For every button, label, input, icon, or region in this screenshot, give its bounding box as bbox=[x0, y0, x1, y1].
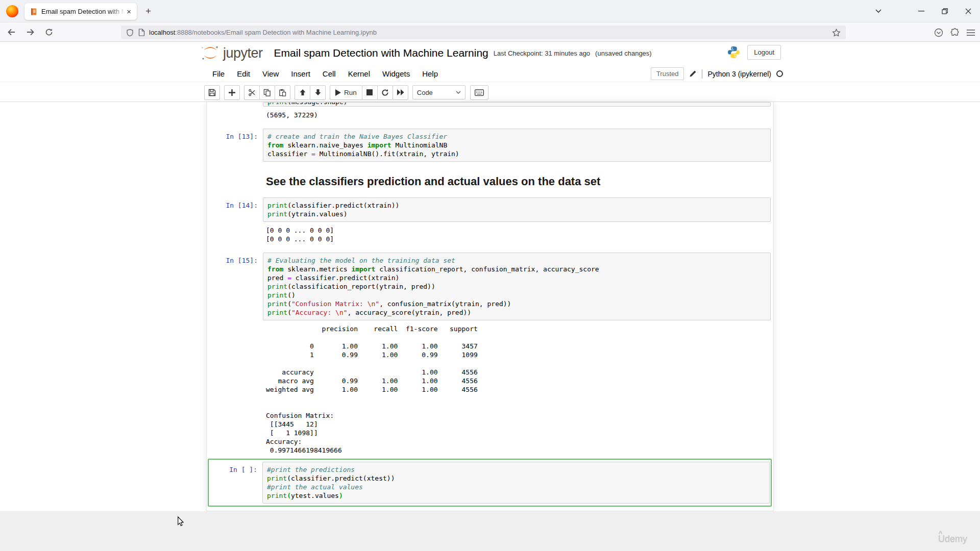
navbar-right-icons bbox=[934, 26, 975, 39]
paste-button[interactable] bbox=[275, 85, 290, 100]
cell-output: [0 0 0 ... 0 0 0] [0 0 0 ... 0 0 0] bbox=[266, 226, 771, 243]
tab-list-button[interactable] bbox=[867, 0, 890, 22]
command-palette-button[interactable] bbox=[470, 85, 488, 100]
new-tab-button[interactable]: + bbox=[145, 5, 151, 17]
edit-pencil-icon bbox=[689, 70, 697, 78]
code-cell[interactable]: In [13]:# create and train the Naive Bay… bbox=[207, 129, 773, 162]
extensions-puzzle-icon[interactable] bbox=[950, 28, 960, 37]
chevron-down-icon bbox=[456, 91, 461, 94]
cell-prompt: In [13]: bbox=[207, 129, 263, 162]
jupyter-header: jupyter Email spam Detection with Machin… bbox=[0, 42, 980, 102]
move-cell-down-button[interactable] bbox=[310, 85, 326, 100]
add-cell-button[interactable] bbox=[224, 85, 240, 100]
back-button[interactable] bbox=[7, 28, 16, 36]
menu-view[interactable]: View bbox=[256, 69, 285, 78]
jupyter-toolbar: Run Code bbox=[0, 83, 980, 102]
unsaved-changes-label: (unsaved changes) bbox=[595, 49, 652, 57]
tab-title: Email spam Detection with Mac bbox=[41, 8, 125, 15]
browser-navbar: localhost:8888/notebooks/Email spam Dete… bbox=[0, 23, 980, 42]
copy-button[interactable] bbox=[259, 85, 275, 100]
maximize-button[interactable] bbox=[933, 0, 957, 22]
jupyter-menubar: File Edit View Insert Cell Kernel Widget… bbox=[0, 65, 980, 82]
url-text: localhost:8888/notebooks/Email spam Dete… bbox=[149, 29, 832, 36]
close-window-button[interactable] bbox=[957, 0, 980, 22]
menu-widgets[interactable]: Widgets bbox=[376, 69, 416, 78]
menu-kernel[interactable]: Kernel bbox=[342, 69, 376, 78]
reload-button[interactable] bbox=[45, 28, 53, 36]
notebook-title[interactable]: Email spam Detection with Machine Learni… bbox=[274, 47, 488, 59]
cell-prompt: In [15]: bbox=[207, 253, 263, 320]
trusted-button[interactable]: Trusted bbox=[651, 67, 684, 80]
checkpoint-status: Last Checkpoint: 31 minutes ago bbox=[494, 49, 590, 57]
firefox-logo-icon[interactable] bbox=[6, 5, 18, 17]
notebook-favicon-icon bbox=[30, 8, 38, 16]
udemy-caret-icon: ^ bbox=[939, 530, 942, 537]
browser-tab-strip: Email spam Detection with Mac × + bbox=[0, 0, 980, 22]
url-bar[interactable]: localhost:8888/notebooks/Email spam Dete… bbox=[121, 26, 846, 39]
page-info-icon[interactable] bbox=[138, 29, 145, 36]
code-cell-selected[interactable]: In [ ]:#print the predictions print(clas… bbox=[208, 459, 772, 507]
shield-icon[interactable] bbox=[126, 29, 134, 37]
forward-button[interactable] bbox=[26, 28, 35, 36]
menu-insert[interactable]: Insert bbox=[285, 69, 316, 78]
python-logo-icon bbox=[727, 46, 740, 59]
cell-editor[interactable]: # create and train the Naive Bayes Class… bbox=[263, 129, 771, 162]
code-cell[interactable]: In [14]:print(classifier.predict(xtrain)… bbox=[207, 197, 773, 222]
logout-button[interactable]: Logout bbox=[747, 45, 781, 60]
cell-editor[interactable]: #print the predictions print(classifier.… bbox=[262, 462, 770, 504]
udemy-watermark: ^Udemy bbox=[938, 534, 967, 544]
cell-output: (5695, 37229) bbox=[266, 111, 771, 119]
cell-prompt: In [ ]: bbox=[209, 462, 262, 504]
jupyter-logo-icon[interactable] bbox=[200, 45, 220, 61]
minimize-button[interactable] bbox=[910, 0, 933, 22]
jupyter-logo-text[interactable]: jupyter bbox=[223, 45, 263, 61]
cell-output: precision recall f1-score support 0 1.00… bbox=[266, 324, 771, 455]
page-bottom-area bbox=[0, 511, 980, 551]
kernel-name[interactable]: Python 3 (ipykernel) bbox=[707, 70, 771, 78]
screen: Email spam Detection with Mac × + bbox=[0, 0, 980, 551]
cell-prompt: In [14]: bbox=[207, 197, 263, 222]
cell-editor[interactable]: print(message.shape) bbox=[263, 102, 771, 107]
cell-type-dropdown[interactable]: Code bbox=[412, 85, 465, 99]
cut-button[interactable] bbox=[244, 85, 260, 100]
notebook-container: print(message.shape)(5695, 37229)In [13]… bbox=[206, 102, 774, 511]
code-cell[interactable]: In [15]:# Evaluating the model on the tr… bbox=[207, 253, 773, 320]
browser-tab[interactable]: Email spam Detection with Mac × bbox=[24, 3, 137, 20]
run-button[interactable]: Run bbox=[330, 85, 362, 100]
restart-run-all-button[interactable] bbox=[393, 85, 408, 100]
menu-help[interactable]: Help bbox=[416, 69, 444, 78]
move-cell-up-button[interactable] bbox=[295, 85, 310, 100]
pocket-icon[interactable] bbox=[934, 28, 943, 37]
menu-file[interactable]: File bbox=[206, 69, 231, 78]
markdown-heading[interactable]: See the classifiers prediction and actua… bbox=[266, 175, 773, 188]
cell-editor[interactable]: # Evaluating the model on the training d… bbox=[263, 253, 771, 320]
notebook-cells: print(message.shape)(5695, 37229)In [13]… bbox=[207, 102, 773, 507]
menu-edit[interactable]: Edit bbox=[231, 69, 256, 78]
kernel-idle-indicator-icon bbox=[776, 70, 783, 77]
interrupt-kernel-button[interactable] bbox=[362, 85, 378, 100]
cell-editor[interactable]: print(classifier.predict(xtrain)) print(… bbox=[263, 197, 771, 222]
save-button[interactable] bbox=[204, 85, 220, 100]
code-cell[interactable]: print(message.shape) bbox=[207, 102, 773, 107]
bookmark-star-icon[interactable] bbox=[832, 29, 841, 37]
menu-hamburger-icon[interactable] bbox=[967, 29, 975, 36]
restart-kernel-button[interactable] bbox=[377, 85, 393, 100]
cell-prompt bbox=[207, 102, 263, 107]
tab-close-icon[interactable]: × bbox=[125, 7, 133, 16]
mouse-cursor bbox=[176, 516, 185, 527]
menu-cell[interactable]: Cell bbox=[316, 69, 342, 78]
